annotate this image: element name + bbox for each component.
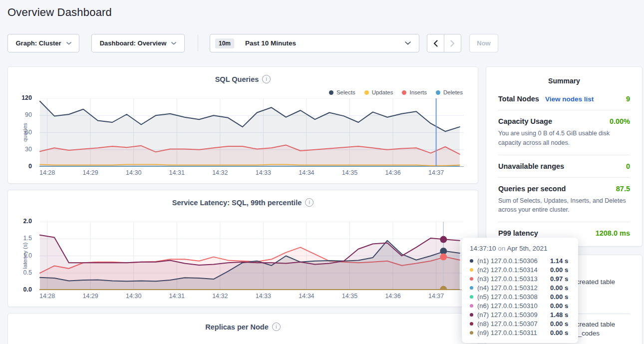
info-icon[interactable] [262,75,271,83]
y-axis-tick: 60 [25,129,32,136]
tooltip-header: 14:37:10 on Apr 5th, 2021 [462,244,578,256]
replicas-per-node-card: Replicas per Node [7,313,478,344]
sql-y-axis-ticks: 0306090120 [8,98,36,167]
summary-row-value: 0 [626,162,630,170]
time-next-button[interactable] [444,34,461,52]
tooltip-node-label: (n8) 127.0.0.1:50307 [477,320,550,328]
x-axis-tick: 14:29 [82,169,98,176]
y-axis-tick: 0.0 [23,286,32,293]
tooltip-node-value: 1.48 s [550,311,568,319]
view-nodes-list-link[interactable]: View nodes list [545,95,594,103]
y-axis-tick: 0 [28,163,32,170]
x-axis-tick: 14:37 [428,293,444,300]
x-axis-tick: 14:34 [299,169,314,176]
tooltip-node-label: (n5) 127.0.0.1:50308 [477,293,550,301]
sql-queries-plot[interactable] [39,98,464,167]
tooltip-on: on [498,245,505,252]
x-axis-tick: 14:35 [342,169,357,176]
tooltip-date: Apr 5th, 2021 [507,245,547,252]
tooltip-node-value: 0.00 s [550,293,568,301]
tooltip-node-value: 1.14 s [550,257,568,265]
y-axis-tick: 90 [25,111,32,118]
service-latency-title: Service Latency: SQL, 99th percentile [8,198,478,207]
tooltip-row: (n6) 127.0.0.1:503100.00 s [462,301,578,310]
tooltip-row: (n3) 127.0.0.1:503130.97 s [462,274,578,283]
info-icon[interactable] [272,323,281,331]
chevron-down-icon [66,42,71,45]
summary-row: Total NodesView nodes list9 [498,88,630,110]
graph-dropdown[interactable]: Graph: Cluster [7,34,79,52]
summary-row-label: Total Nodes [498,95,539,103]
x-axis-tick: 14:30 [126,169,141,176]
graph-dropdown-label: Graph: Cluster [15,39,61,47]
summary-row-value: 0.00% [610,117,630,125]
time-prev-button[interactable] [427,34,444,52]
tooltip-row: (n1) 127.0.0.1:503061.14 s [462,256,578,265]
legend-label: Selects [336,89,355,95]
replicas-per-node-title: Replicas per Node [8,323,478,331]
sql-queries-card: SQL Queries SelectsUpdatesInsertsDeletes… [7,66,478,184]
series-dot-icon [470,322,473,326]
now-button[interactable]: Now [469,34,498,52]
x-axis-tick: 14:36 [385,293,400,300]
sql-x-axis-ticks: 14:2814:2914:3014:3114:3214:3314:3414:35… [39,169,464,177]
legend-dot-icon [402,90,406,95]
legend-label: Updates [372,89,393,95]
chevron-left-icon [433,40,438,47]
x-axis-tick: 14:34 [299,293,314,300]
y-axis-tick: 1.0 [23,252,32,259]
summary-row-value: 1208.0 ms [596,229,630,237]
service-latency-plot[interactable] [39,222,464,290]
legend-dot-icon [364,90,369,95]
tooltip-row: (n5) 127.0.0.1:503080.00 s [462,292,578,301]
series-dot-icon [470,268,473,272]
legend-label: Deletes [443,89,463,95]
summary-card: Summary Total NodesView nodes list9Capac… [486,66,643,247]
legend-label: Inserts [409,89,427,95]
legend-item-deletes[interactable]: Deletes [436,89,463,95]
summary-title: Summary [486,77,642,85]
x-axis-tick: 14:28 [39,169,55,176]
time-range-picker[interactable]: 10m Past 10 Minutes [210,34,419,52]
tooltip-rows: (n1) 127.0.0.1:503061.14 s(n2) 127.0.0.1… [462,256,578,337]
tooltip-node-value: 0.97 s [550,275,568,283]
sql-queries-legend: SelectsUpdatesInsertsDeletes [329,89,463,95]
chart-title-text: SQL Queries [215,75,259,83]
summary-row: Capacity Usage0.00%You are using 0 B of … [498,110,630,155]
toolbar-divider [198,35,198,51]
x-axis-tick: 14:30 [126,293,141,300]
summary-rows: Total NodesView nodes list9Capacity Usag… [486,88,642,244]
y-axis-tick: 1.5 [23,235,32,242]
series-dot-icon [470,277,473,281]
summary-row-description: You are using 0 B of 4.5 GiB usable disk… [498,129,630,148]
y-axis-tick: 120 [21,94,32,101]
legend-item-inserts[interactable]: Inserts [402,89,427,95]
tooltip-row: (n9) 127.0.0.1:503110.00 s [462,328,578,337]
summary-row: Unavailable ranges0 [498,155,630,178]
legend-dot-icon [436,90,440,95]
tooltip-row: (n2) 127.0.0.1:503140.00 s [462,265,578,274]
summary-row-label: Unavailable ranges [498,162,564,170]
dashboard-dropdown[interactable]: Dashboard: Overview [91,34,185,52]
x-axis-tick: 14:28 [39,293,55,300]
series-dot-icon [470,304,473,308]
sql-queries-svg [39,98,464,167]
chevron-down-icon [405,41,411,45]
tooltip-node-label: (n1) 127.0.0.1:50306 [477,257,550,265]
time-nav-group [427,34,461,52]
x-axis-tick: 14:33 [256,169,271,176]
time-range-label: Past 10 Minutes [245,39,296,47]
page-title: Overview Dashboard [7,6,112,19]
summary-row-value: 9 [626,95,630,103]
x-axis-tick: 14:31 [169,293,185,300]
tooltip-node-value: 0.00 s [550,266,568,274]
tooltip-time: 14:37:10 [470,245,496,252]
x-axis-tick: 14:36 [385,169,400,176]
sql-queries-title: SQL Queries [8,75,478,83]
tooltip-node-label: (n4) 127.0.0.1:50312 [477,284,550,292]
legend-item-selects[interactable]: Selects [329,89,355,95]
dashboard-dropdown-label: Dashboard: Overview [100,39,167,47]
info-icon[interactable] [305,198,314,207]
series-dot-icon [470,259,473,263]
legend-item-updates[interactable]: Updates [364,89,393,95]
